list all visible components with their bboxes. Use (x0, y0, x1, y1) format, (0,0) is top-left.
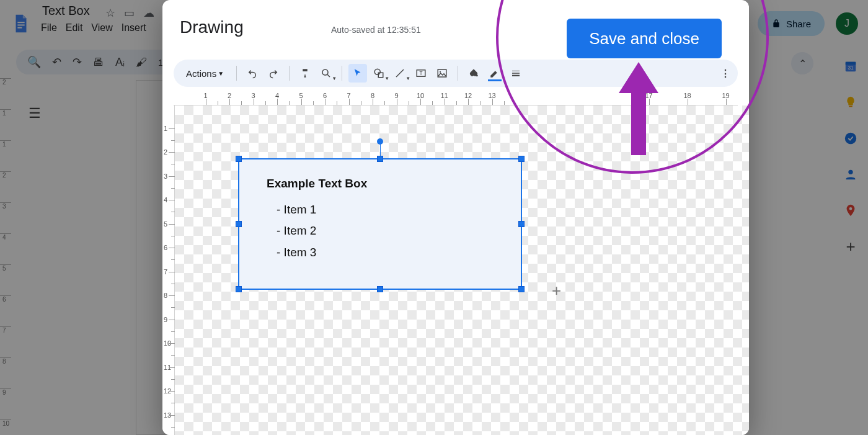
actions-menu-button[interactable]: Actions▼ (180, 64, 230, 83)
svg-point-19 (476, 74, 478, 76)
rotation-handle-icon[interactable] (377, 138, 383, 145)
drawing-vertical-ruler[interactable]: 12345678910111213 (162, 105, 175, 435)
menu-file[interactable]: File (41, 22, 57, 34)
drawing-horizontal-ruler[interactable]: 1234567891011121317181920 (174, 92, 738, 105)
resize-handle[interactable] (518, 221, 525, 227)
textbox-item: - Item 3 (267, 242, 494, 263)
border-weight-icon[interactable] (507, 64, 525, 83)
textbox-item: - Item 2 (267, 220, 494, 241)
svg-text:31: 31 (848, 65, 854, 71)
undo-icon[interactable]: ↶ (52, 55, 61, 69)
textbox-content[interactable]: Example Text Box - Item 1 - Item 2 - Ite… (239, 159, 521, 277)
svg-text:T: T (420, 71, 423, 76)
svg-point-12 (374, 69, 380, 74)
resize-handle[interactable] (236, 221, 242, 227)
outline-icon[interactable]: ☰ (29, 105, 41, 122)
docs-vertical-ruler: 2112345678910 (0, 78, 11, 435)
calendar-icon[interactable]: 31 (844, 60, 857, 73)
image-tool-icon[interactable] (433, 64, 451, 83)
svg-line-14 (396, 70, 404, 77)
svg-point-7 (845, 133, 856, 144)
svg-point-9 (849, 207, 852, 210)
resize-handle[interactable] (236, 156, 242, 162)
drawing-toolbar: Actions▼ ▼ ▼ ▼ T ⋮ (174, 60, 738, 87)
line-tool-icon[interactable]: ▼ (391, 64, 409, 83)
drawing-canvas[interactable]: Example Text Box - Item 1 - Item 2 - Ite… (175, 105, 749, 435)
doc-title[interactable]: Text Box (42, 4, 90, 18)
share-label: Share (786, 19, 811, 29)
spellcheck-icon[interactable]: Aᵢ (115, 55, 125, 69)
side-panel: 31 + (833, 43, 868, 435)
resize-handle[interactable] (377, 286, 383, 292)
textbox-tool-icon[interactable]: T (412, 64, 430, 83)
menu-bar: File Edit View Insert (41, 22, 146, 34)
paint-format-icon[interactable] (296, 64, 314, 83)
search-icon[interactable]: 🔍 (27, 55, 41, 69)
zoom-icon[interactable]: ▼ (317, 64, 335, 83)
toolbar-more-icon[interactable]: ⋮ (719, 68, 732, 79)
doc-title-icons: ☆ ▭ ☁ (105, 6, 154, 20)
menu-view[interactable]: View (91, 22, 112, 34)
lock-icon (771, 19, 781, 29)
resize-handle[interactable] (236, 286, 242, 292)
keep-icon[interactable] (844, 96, 857, 109)
resize-handle[interactable] (377, 156, 383, 162)
border-color-icon[interactable] (485, 64, 504, 83)
textbox-shape[interactable]: Example Text Box - Item 1 - Item 2 - Ite… (238, 158, 522, 290)
paint-format-icon[interactable]: 🖌 (136, 56, 147, 69)
textbox-heading: Example Text Box (267, 173, 494, 194)
undo-icon[interactable] (243, 64, 262, 83)
resize-handle[interactable] (518, 286, 525, 292)
svg-rect-4 (846, 62, 856, 65)
fill-color-icon[interactable] (464, 64, 483, 83)
star-icon[interactable]: ☆ (105, 6, 115, 20)
docs-toolbar: 🔍 ↶ ↷ 🖶 Aᵢ 🖌 10 (16, 50, 180, 74)
shape-tool-icon[interactable]: ▼ (370, 64, 388, 83)
svg-rect-17 (438, 70, 446, 77)
redo-icon[interactable]: ↷ (73, 55, 82, 69)
contacts-icon[interactable] (844, 168, 857, 181)
move-icon[interactable]: ▭ (124, 6, 135, 20)
account-avatar[interactable]: J (836, 12, 858, 35)
svg-point-8 (848, 170, 852, 174)
save-and-close-button[interactable]: Save and close (567, 19, 722, 58)
svg-point-18 (440, 71, 441, 73)
docs-logo-icon[interactable] (9, 11, 33, 36)
autosave-status: Auto-saved at 12:35:51 (331, 25, 421, 35)
tasks-icon[interactable] (844, 132, 857, 145)
svg-point-10 (322, 70, 328, 75)
print-icon[interactable]: 🖶 (93, 56, 104, 69)
svg-rect-2 (17, 27, 22, 29)
resize-handle[interactable] (518, 156, 525, 162)
add-panel-icon[interactable]: + (844, 240, 857, 253)
redo-icon[interactable] (264, 64, 283, 83)
svg-line-11 (327, 74, 330, 77)
svg-rect-13 (378, 73, 383, 78)
maps-icon[interactable] (844, 204, 857, 217)
menu-edit[interactable]: Edit (66, 22, 83, 34)
select-tool-icon[interactable] (348, 64, 367, 83)
menu-insert[interactable]: Insert (122, 22, 146, 34)
share-button[interactable]: Share (758, 11, 825, 36)
drawing-dialog: Drawing Auto-saved at 12:35:51 Save and … (162, 0, 749, 435)
cloud-icon[interactable]: ☁ (143, 6, 154, 20)
textbox-item: - Item 1 (267, 199, 494, 220)
svg-rect-1 (17, 24, 24, 25)
crosshair-cursor-icon: + (552, 281, 561, 300)
collapse-toolbar-icon[interactable]: ⌃ (791, 52, 813, 74)
svg-rect-6 (849, 106, 852, 107)
dialog-title: Drawing (180, 17, 244, 37)
svg-rect-0 (17, 22, 24, 23)
